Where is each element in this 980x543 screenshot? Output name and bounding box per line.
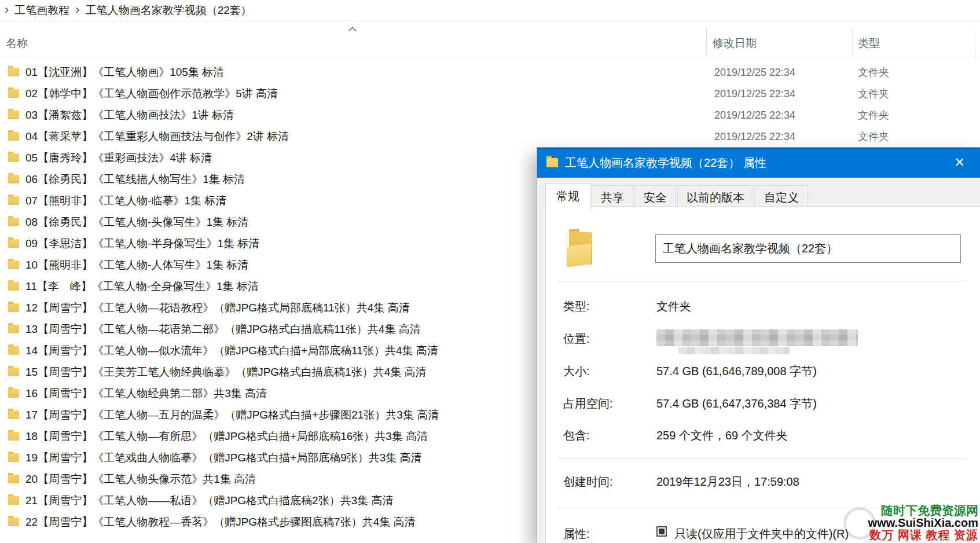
file-name[interactable]: 15【周雪宁】《王美芳工笔人物经典临摹》（赠JPG格式白描底稿1张）共4集 高清 [25,365,427,380]
file-name[interactable]: 07【熊明非】《工笔人物-临摹》1集 标清 [25,193,226,208]
file-name[interactable]: 04【蒋采苹】《工笔重彩人物画技法与创作》2讲 标清 [25,129,289,144]
field-value: 57.4 GB (61,647,376,384 字节) [656,396,817,412]
field-value: 文件夹 [656,299,691,314]
dialog-title: 工笔人物画名家教学视频（22套） 属性 [565,155,766,171]
redacted-location-value [656,329,858,346]
file-name[interactable]: 01【沈亚洲】《工笔人物画》105集 标清 [25,65,224,80]
field-value: 259 个文件，69 个文件夹 [656,428,788,443]
folder-icon [8,325,19,333]
file-name[interactable]: 12【周雪宁】《工笔人物—花语教程》（赠JPG格式局部底稿11张）共4集 高清 [25,300,410,315]
file-name[interactable]: 11【李 峰】《工笔人物-全身像写生》1集 标清 [25,279,259,294]
tab-常规[interactable]: 常规 [545,183,590,210]
file-name[interactable]: 19【周雪宁】《工笔戏曲人物临摹》（赠JPG格式白描+局部底稿9张）共3集 高清 [25,450,422,465]
file-type: 文件夹 [858,108,889,122]
file-name[interactable]: 09【李思洁】《工笔人物-半身像写生》1集 标清 [25,236,259,251]
folder-icon [8,475,19,483]
list-header: 名称 修改日期 类型 [0,22,980,58]
folder-icon [8,368,19,376]
general-tab-page: 工笔人物画名家教学视频（22套） 类型:文件夹位置:大小:57.4 GB (61… [545,207,980,543]
file-name[interactable]: 17【周雪宁】《工笔人物—五月的温柔》（赠JPG格式白描+步骤图21张）共3集 … [25,408,439,423]
close-icon[interactable]: ✕ [955,155,965,170]
dialog-titlebar[interactable]: 工笔人物画名家教学视频（22套） 属性 ✕ [537,148,980,178]
file-modified-date: 2019/12/25 22:34 [714,109,795,121]
folder-icon [8,410,19,419]
file-type: 文件夹 [858,130,889,144]
folder-icon [8,153,19,162]
folder-icon [546,158,558,167]
table-row[interactable]: 04【蒋采苹】《工笔重彩人物画技法与创作》2讲 标清 2019/12/25 22… [0,126,980,147]
folder-icon [8,132,19,141]
field-label: 包含: [563,428,590,443]
breadcrumb-chevron-icon[interactable]: › [75,3,79,16]
folder-icon [8,68,19,76]
folder-icon [8,175,19,184]
watermark-line2: www.SuiShiXia.com [868,517,978,529]
column-header-name[interactable]: 名称 [6,36,28,51]
file-name[interactable]: 05【唐秀玲】《重彩画技法》4讲 标清 [25,151,212,166]
field-label: 位置: [563,331,590,347]
folder-icon [8,261,19,269]
file-name[interactable]: 18【周雪宁】《工笔人物—有所思》（赠JPG格式白描+局部底稿16张）共3集 高… [25,429,428,444]
table-row[interactable]: 01【沈亚洲】《工笔人物画》105集 标清 2019/12/25 22:34 文… [0,61,980,83]
table-row[interactable]: 02【韩学中】《工笔人物画创作示范教学》5讲 高清 2019/12/25 22:… [0,83,980,104]
column-separator[interactable] [706,28,707,58]
created-label: 创建时间: [563,474,613,490]
column-separator[interactable] [852,28,853,58]
file-modified-date: 2019/12/25 22:34 [714,66,795,78]
field-label: 占用空间: [563,396,613,412]
file-name[interactable]: 03【潘絮兹】《工笔人物画技法》1讲 标清 [25,108,234,123]
created-value: 2019年12月23日，17:59:08 [656,474,799,490]
file-name[interactable]: 14【周雪宁】《工笔人物—似水流年》（赠JPG格式白描+局部底稿11张）共4集 … [25,343,438,358]
folder-name-input[interactable]: 工笔人物画名家教学视频（22套） [655,234,961,263]
file-modified-date: 2019/12/25 22:34 [714,87,795,100]
file-name[interactable]: 20【周雪宁】《工笔人物头像示范》共1集 高清 [25,472,256,487]
column-header-modified[interactable]: 修改日期 [713,36,757,51]
folder-icon [8,218,19,226]
file-name[interactable]: 22【周雪宁】《工笔人物教程—香茗》（赠JPG格式步骤图底稿7张）共4集 高清 [25,515,416,530]
field-label: 类型: [563,299,590,314]
divider [558,458,966,459]
file-type: 文件夹 [858,65,889,79]
readonly-checkbox[interactable] [656,526,667,537]
folder-icon [8,453,19,462]
field-label: 大小: [563,364,590,379]
file-name[interactable]: 08【徐勇民】《工笔人物-头像写生》1集 标清 [25,215,248,230]
folder-icon [8,518,19,526]
file-type: 文件夹 [858,87,889,101]
file-name[interactable]: 02【韩学中】《工笔人物画创作示范教学》5讲 高清 [25,86,278,101]
folder-icon [566,230,598,267]
folder-icon [8,239,19,248]
file-name[interactable]: 13【周雪宁】《工笔人物—花语第二部》（赠JPG格式白描底稿11张）共4集 高清 [25,322,421,337]
folder-icon [8,303,19,312]
dialog-tabstrip: 常规共享安全以前的版本自定义 [537,178,980,207]
field-value: 57.4 GB (61,646,789,008 字节) [656,364,817,379]
watermark-line3: 数万 网课 教程 资源 [868,529,978,541]
divider [558,281,966,281]
folder-icon [8,432,19,441]
watermark: 随时下免费资源网 www.SuiShiXia.com 数万 网课 教程 资源 [868,504,978,541]
file-modified-date: 2019/12/25 22:34 [714,130,795,142]
folder-icon [8,282,19,291]
sort-ascending-icon [348,27,357,35]
folder-icon [8,496,19,505]
breadcrumb-chevron-icon[interactable]: › [5,3,9,16]
explorer-window: › 工笔画教程 › 工笔人物画名家教学视频（22套） 名称 修改日期 类型 01… [0,0,980,543]
table-row[interactable]: 03【潘絮兹】《工笔人物画技法》1讲 标清 2019/12/25 22:34 文… [0,104,980,126]
folder-icon [8,196,19,205]
column-header-type[interactable]: 类型 [858,36,880,51]
file-name[interactable]: 06【徐勇民】《工笔线描人物写生》1集 标清 [25,172,245,187]
breadcrumb-item-parent[interactable]: 工笔画教程 [14,3,69,18]
folder-icon [8,346,19,355]
watermark-line1: 随时下免费资源网 [868,504,978,517]
breadcrumb-item-current[interactable]: 工笔人物画名家教学视频（22套） [86,3,252,18]
breadcrumb: › 工笔画教程 › 工笔人物画名家教学视频（22套） [0,0,980,21]
file-name[interactable]: 10【熊明非】《工笔人物-人体写生》1集 标清 [25,258,248,273]
file-name[interactable]: 16【周雪宁】《工笔人物经典第二部》共3集 高清 [25,386,267,401]
readonly-checkbox-label[interactable]: 只读(仅应用于文件夹中的文件)(R) [674,526,849,542]
properties-dialog: 工笔人物画名家教学视频（22套） 属性 ✕ 常规共享安全以前的版本自定义 工笔人… [537,147,980,543]
folder-icon [8,111,19,119]
attributes-label: 属性: [563,526,590,542]
file-name[interactable]: 21【周雪宁】《工笔人物——私语》（赠JPG格式白描底稿2张）共3集 高清 [25,493,394,508]
column-separator[interactable] [975,28,975,58]
folder-icon [8,89,19,98]
